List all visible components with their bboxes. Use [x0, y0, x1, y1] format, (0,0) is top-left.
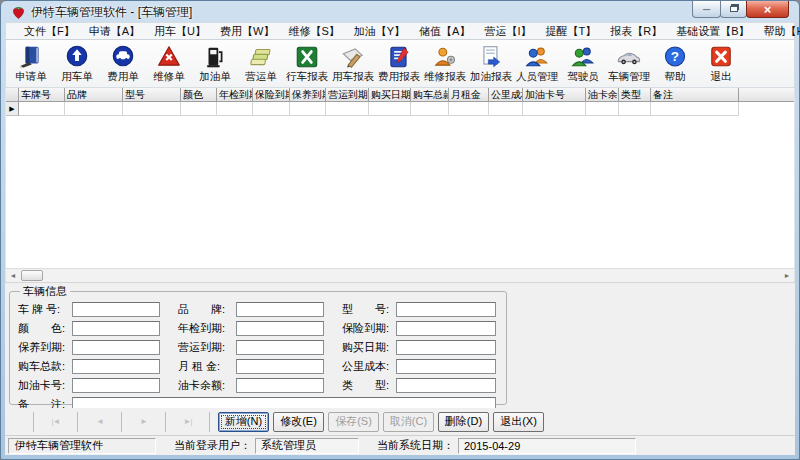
- column-header[interactable]: 型号: [123, 88, 181, 102]
- menu-item-expense[interactable]: 费用【W】: [213, 23, 281, 40]
- operation-due-field[interactable]: [236, 340, 324, 355]
- current-record-marker: ▶: [6, 102, 19, 116]
- menu-item-reminder[interactable]: 提醒【T】: [539, 23, 604, 40]
- inspection-due-field[interactable]: [236, 321, 324, 336]
- maintenance-due-label: 保养到期:: [18, 340, 72, 355]
- expense-report-icon: [386, 44, 412, 70]
- column-header[interactable]: 保养到期: [290, 88, 326, 102]
- fuel-card-field[interactable]: [72, 378, 160, 393]
- menu-bar: 文件【F】 申请【A】 用车【U】 费用【W】 维修【S】 加油【Y】 储值【A…: [5, 22, 795, 40]
- color-label: 颜 色:: [18, 321, 72, 336]
- purchase-date-field[interactable]: [396, 340, 496, 355]
- vehicle-use-report-icon: [340, 44, 366, 70]
- exit-icon: [708, 44, 734, 70]
- column-header[interactable]: 品牌: [65, 88, 123, 102]
- grid-empty-record-row[interactable]: ▶: [6, 102, 794, 116]
- column-header[interactable]: 加油卡号: [523, 88, 586, 102]
- menu-item-help[interactable]: 帮助【H】: [757, 23, 800, 40]
- edit-button[interactable]: 修改(E): [273, 412, 324, 432]
- scroll-left-button[interactable]: ◄: [6, 269, 20, 282]
- record-navigator: |◄ ◄ ► ►|: [33, 412, 210, 432]
- column-header[interactable]: 油卡余额: [586, 88, 619, 102]
- toolbar-button-fuel-report[interactable]: 加油报表: [468, 41, 514, 86]
- grid-indicator-header: [6, 88, 19, 102]
- km-cost-label: 公里成本:: [342, 359, 396, 374]
- prev-record-button[interactable]: ◄: [78, 412, 122, 432]
- help-icon: ?: [662, 44, 688, 70]
- expense-form-icon: [110, 44, 136, 70]
- column-header[interactable]: 保险到期: [253, 88, 290, 102]
- toolbar-button-personnel[interactable]: 人员管理: [514, 41, 560, 86]
- menu-item-basic-settings[interactable]: 基础设置【B】: [669, 23, 756, 40]
- delete-button[interactable]: 删除(D): [438, 412, 489, 432]
- column-header[interactable]: 车牌号: [19, 88, 65, 102]
- menu-item-vehicle-use[interactable]: 用车【U】: [147, 23, 213, 40]
- menu-item-fuel[interactable]: 加油【Y】: [347, 23, 412, 40]
- scrollbar-thumb[interactable]: [21, 270, 43, 281]
- toolbar-button-expense-form[interactable]: 费用单: [100, 41, 146, 86]
- app-logo-icon: [11, 5, 26, 20]
- toolbar-button-help[interactable]: ? 帮助: [652, 41, 698, 86]
- insurance-due-field[interactable]: [396, 321, 496, 336]
- toolbar-button-apply-form[interactable]: 申请单: [8, 41, 54, 86]
- column-header[interactable]: 购车总款: [411, 88, 449, 102]
- column-header[interactable]: 颜色: [181, 88, 217, 102]
- toolbar-button-exit[interactable]: 退出: [698, 41, 744, 86]
- next-record-button[interactable]: ►: [122, 412, 166, 432]
- exit-button[interactable]: 退出(X): [493, 412, 544, 432]
- column-header[interactable]: 月租金: [449, 88, 489, 102]
- close-button[interactable]: ×: [746, 1, 789, 18]
- column-header[interactable]: 年检到期: [217, 88, 253, 102]
- column-header[interactable]: 营运到期: [326, 88, 369, 102]
- model-field[interactable]: [396, 302, 496, 317]
- grid-header-row: 车牌号 品牌 型号 颜色 年检到期 保险到期 保养到期 营运到期 购买日期 购车…: [6, 88, 794, 102]
- menu-item-repair[interactable]: 维修【S】: [281, 23, 346, 40]
- first-record-button[interactable]: |◄: [34, 412, 78, 432]
- purchase-total-field[interactable]: [72, 359, 160, 374]
- restore-button[interactable]: [720, 1, 747, 18]
- cancel-button[interactable]: 取消(C): [383, 412, 434, 432]
- column-header[interactable]: 类型: [619, 88, 651, 102]
- toolbar-button-vehicle-use-report[interactable]: 用车报表: [330, 41, 376, 86]
- fuel-balance-field[interactable]: [236, 378, 324, 393]
- status-user-label: 当前登录用户：: [174, 438, 251, 453]
- toolbar-button-operation-form[interactable]: 营运单: [238, 41, 284, 86]
- menu-item-stored-value[interactable]: 储值【A】: [412, 23, 477, 40]
- vehicle-mgmt-icon: [616, 44, 642, 70]
- status-app-name: 伊特车辆管理软件: [8, 438, 156, 454]
- toolbar-button-vehicle-use-form[interactable]: 用车单: [54, 41, 100, 86]
- toolbar-button-vehicle-mgmt[interactable]: 车辆管理: [606, 41, 652, 86]
- menu-item-file[interactable]: 文件【F】: [17, 23, 82, 40]
- title-bar[interactable]: 伊特车辆管理软件 - [车辆管理] ─ ×: [5, 1, 795, 22]
- menu-item-report[interactable]: 报表【R】: [603, 23, 669, 40]
- toolbar-button-repair-form[interactable]: 维修单: [146, 41, 192, 86]
- save-button[interactable]: 保存(S): [328, 412, 379, 432]
- km-cost-field[interactable]: [396, 359, 496, 374]
- status-date-label: 当前系统日期：: [377, 438, 454, 453]
- toolbar-button-repair-report[interactable]: 维修报表: [422, 41, 468, 86]
- toolbar-button-fuel-form[interactable]: 加油单: [192, 41, 238, 86]
- color-field[interactable]: [72, 321, 160, 336]
- plate-field[interactable]: [72, 302, 160, 317]
- menu-item-operation[interactable]: 营运【I】: [477, 23, 538, 40]
- column-header[interactable]: 备注: [651, 88, 739, 102]
- inspection-due-label: 年检到期:: [178, 321, 236, 336]
- monthly-rent-field[interactable]: [236, 359, 324, 374]
- app-window: 伊特车辆管理软件 - [车辆管理] ─ × 文件【F】 申请【A】 用车【U】 …: [0, 0, 800, 460]
- column-header[interactable]: 公里成本: [489, 88, 523, 102]
- status-user-value: 系统管理员: [255, 438, 359, 454]
- column-header[interactable]: 购买日期: [369, 88, 411, 102]
- brand-field[interactable]: [236, 302, 324, 317]
- toolbar-button-driver[interactable]: 驾驶员: [560, 41, 606, 86]
- scroll-right-button[interactable]: ►: [780, 269, 794, 282]
- last-record-button[interactable]: ►|: [166, 412, 210, 432]
- toolbar-button-drive-report[interactable]: 行车报表: [284, 41, 330, 86]
- repair-form-icon: [156, 44, 182, 70]
- maintenance-due-field[interactable]: [72, 340, 160, 355]
- toolbar-button-expense-report[interactable]: 费用报表: [376, 41, 422, 86]
- type-field[interactable]: [396, 378, 496, 393]
- horizontal-scrollbar: ◄ ►: [6, 268, 794, 282]
- add-button[interactable]: 新增(N): [218, 412, 269, 432]
- minimize-button[interactable]: ─: [692, 1, 721, 18]
- menu-item-apply[interactable]: 申请【A】: [82, 23, 147, 40]
